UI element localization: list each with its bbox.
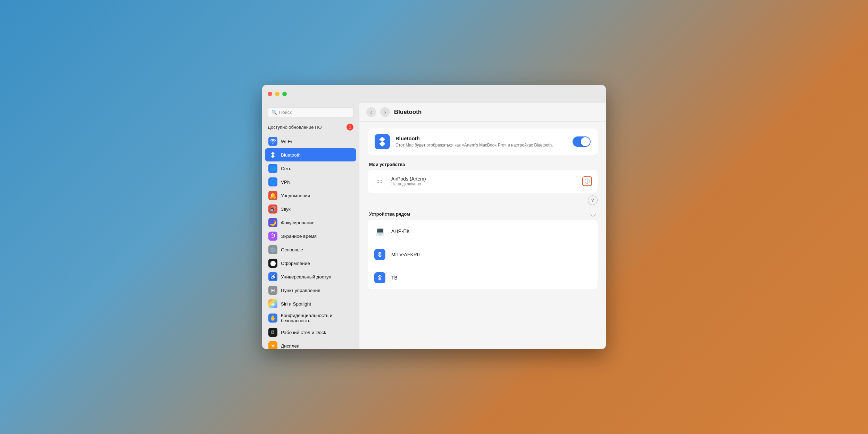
- forward-chevron-icon: ›: [384, 109, 386, 115]
- sidebar-item-network[interactable]: 🌐 Сеть: [265, 162, 356, 175]
- search-icon: 🔍: [272, 110, 277, 115]
- anya-pc-name: АНЯ-ПК: [391, 228, 592, 234]
- tv-info: ТВ: [391, 275, 592, 281]
- general-icon: ⚙️: [268, 245, 277, 254]
- controlcenter-icon: ⊞: [268, 286, 277, 295]
- siri-icon: ◈: [268, 299, 277, 308]
- airpods-info: AirPods (Artem) Не подключено: [391, 176, 577, 186]
- sidebar-item-sound-label: Звук: [281, 207, 291, 212]
- help-icon: ?: [591, 198, 594, 203]
- airpods-icon: [373, 175, 386, 188]
- forward-button[interactable]: ›: [380, 107, 390, 117]
- desktop-icon: 🖥: [268, 328, 277, 337]
- sidebar-item-displays[interactable]: ☀ Дисплеи: [265, 339, 356, 349]
- bluetooth-name: Bluetooth: [395, 135, 567, 141]
- sidebar-item-general[interactable]: ⚙️ Основные: [265, 243, 356, 256]
- sidebar-item-focus[interactable]: 🌙 Фокусирование: [265, 216, 356, 229]
- laptop-icon: 💻: [373, 225, 386, 238]
- displays-icon: ☀: [268, 341, 277, 349]
- sidebar-item-focus-label: Фокусирование: [281, 220, 315, 225]
- bluetooth-header-card: Bluetooth Этот Mac будет отображаться ка…: [368, 128, 598, 155]
- vpn-icon: 🌐: [268, 177, 277, 186]
- page-title: Bluetooth: [394, 109, 422, 116]
- help-button[interactable]: ?: [588, 195, 598, 205]
- sidebar-item-network-label: Сеть: [281, 166, 291, 171]
- airpods-status: Не подключено: [391, 182, 577, 186]
- device-item-anya-pc: 💻 АНЯ-ПК: [368, 220, 598, 243]
- sidebar-item-privacy[interactable]: ✋ Конфиденциальность и безопасность: [265, 311, 356, 325]
- device-item-mitv: MiTV-AFKR0: [368, 243, 598, 266]
- device-item-tv: ТВ: [368, 266, 598, 289]
- sidebar-item-privacy-label: Конфиденциальность и безопасность: [281, 313, 353, 323]
- sidebar-item-displays-label: Дисплеи: [281, 343, 300, 349]
- sidebar-section-network: Wi-Fi Bluetooth 🌐 Сеть: [262, 135, 359, 189]
- info-circle-icon: ⓘ: [585, 178, 590, 185]
- sidebar-item-controlcenter[interactable]: ⊞ Пункт управления: [265, 284, 356, 297]
- sound-icon: 🔊: [268, 205, 277, 214]
- sidebar-item-sound[interactable]: 🔊 Звук: [265, 202, 356, 216]
- svg-point-0: [591, 211, 595, 216]
- sidebar-item-siri[interactable]: ◈ Siri и Spotlight: [265, 297, 356, 310]
- update-banner[interactable]: Доступно обновление ПО 1: [262, 122, 359, 135]
- panel-content: Bluetooth Этот Mac будет отображаться ка…: [359, 122, 606, 349]
- notifications-icon: 🔔: [268, 191, 277, 200]
- back-button[interactable]: ‹: [366, 107, 376, 117]
- mitv-name: MiTV-AFKR0: [391, 252, 592, 257]
- mitv-bluetooth-icon: [374, 249, 385, 260]
- sidebar-item-desktop-label: Рабочий стол и Dock: [281, 330, 326, 335]
- my-devices-list: AirPods (Artem) Не подключено ⓘ: [368, 170, 598, 193]
- maximize-button[interactable]: [282, 92, 287, 96]
- airpods-name: AirPods (Artem): [391, 176, 577, 182]
- network-icon: 🌐: [268, 164, 277, 173]
- search-box[interactable]: 🔍: [268, 107, 353, 117]
- sidebar-item-controlcenter-label: Пункт управления: [281, 288, 320, 293]
- airpods-action: ⓘ: [582, 176, 592, 186]
- sidebar-item-desktop[interactable]: 🖥 Рабочий стол и Dock: [265, 326, 356, 339]
- sidebar-item-notifications-label: Уведомления: [281, 193, 310, 198]
- sidebar-item-general-label: Основные: [281, 247, 303, 252]
- main-panel: ‹ › Bluetooth: [359, 103, 606, 349]
- sidebar-item-wifi-label: Wi-Fi: [281, 139, 292, 144]
- sidebar-item-siri-label: Siri и Spotlight: [281, 301, 311, 307]
- toggle-knob: [581, 137, 590, 146]
- sidebar: 🔍 Доступно обновление ПО 1 W: [262, 103, 359, 349]
- bluetooth-toggle[interactable]: [573, 136, 591, 147]
- sidebar-item-vpn[interactable]: 🌐 VPN: [265, 175, 356, 189]
- screentime-icon: ⏱: [268, 232, 277, 241]
- bluetooth-description: Этот Mac будет отображаться как «Artem's…: [395, 142, 567, 148]
- mitv-info: MiTV-AFKR0: [391, 252, 592, 257]
- sidebar-item-appearance-label: Оформление: [281, 261, 310, 266]
- bluetooth-info: Bluetooth Этот Mac будет отображаться ка…: [395, 135, 567, 148]
- sidebar-item-vpn-label: VPN: [281, 180, 291, 185]
- anya-pc-info: АНЯ-ПК: [391, 228, 592, 234]
- content-area: 🔍 Доступно обновление ПО 1 W: [262, 103, 606, 349]
- minimize-button[interactable]: [275, 92, 279, 96]
- sidebar-item-appearance[interactable]: ⬤ Оформление: [265, 257, 356, 270]
- system-preferences-window: 🔍 Доступно обновление ПО 1 W: [262, 85, 606, 349]
- appearance-icon: ⬤: [268, 259, 277, 268]
- back-chevron-icon: ‹: [370, 109, 372, 115]
- sidebar-item-screentime[interactable]: ⏱ Экранное время: [265, 229, 356, 243]
- airpods-visual: [377, 180, 382, 183]
- wifi-icon: [268, 137, 277, 146]
- airpods-info-button[interactable]: ⓘ: [582, 176, 592, 186]
- sidebar-item-screentime-label: Экранное время: [281, 234, 317, 239]
- tv-icon-wrapper: [373, 271, 386, 284]
- title-bar: [262, 85, 606, 103]
- bluetooth-large-icon: [375, 134, 390, 149]
- focus-icon: 🌙: [268, 218, 277, 227]
- sidebar-section-system: ⚙️ Основные ⬤ Оформление ♿ Универсальный…: [262, 243, 359, 349]
- sidebar-item-bluetooth[interactable]: Bluetooth: [265, 148, 356, 161]
- loading-spinner-icon: [590, 211, 596, 217]
- sidebar-item-accessibility[interactable]: ♿ Универсальный доступ: [265, 270, 356, 283]
- sidebar-item-wifi[interactable]: Wi-Fi: [265, 135, 356, 148]
- mitv-icon-wrapper: [373, 248, 386, 261]
- search-input[interactable]: [279, 110, 350, 115]
- update-text: Доступно обновление ПО: [268, 125, 322, 130]
- close-button[interactable]: [268, 92, 272, 96]
- nearby-devices-header: Устройства рядом: [368, 211, 598, 217]
- traffic-lights: [268, 92, 287, 96]
- tv-bluetooth-icon: [374, 272, 385, 283]
- sidebar-item-notifications[interactable]: 🔔 Уведомления: [265, 189, 356, 202]
- update-badge: 1: [347, 124, 353, 131]
